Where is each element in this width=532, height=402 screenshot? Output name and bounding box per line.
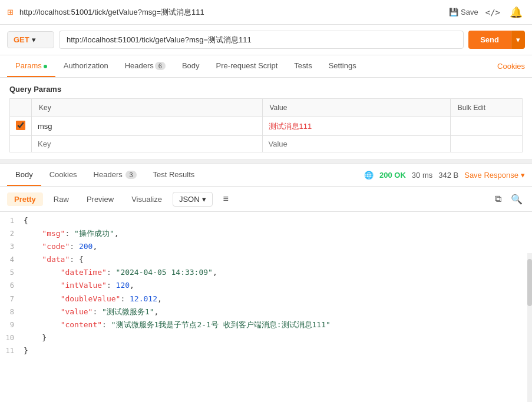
json-token: ,	[157, 294, 162, 303]
json-token: "dateTime"	[61, 268, 107, 277]
search-button[interactable]: 🔍	[508, 192, 525, 206]
row-value-cell: 测试消息111	[262, 117, 450, 136]
method-label: GET	[14, 35, 29, 44]
format-icons: ⧉ 🔍	[493, 192, 525, 206]
json-token: {	[79, 255, 84, 264]
response-size: 342 B	[438, 171, 458, 180]
scrollbar-track[interactable]	[527, 253, 532, 360]
response-tab-headers[interactable]: Headers 3	[85, 164, 145, 186]
row-checkbox-cell	[10, 117, 32, 136]
response-status-bar: 🌐 200 OK 30 ms 342 B Save Response ▾	[364, 171, 525, 180]
tab-authorization[interactable]: Authorization	[55, 55, 117, 77]
empty-key-cell	[32, 136, 263, 152]
save-response-button[interactable]: Save Response ▾	[464, 171, 525, 180]
format-raw-button[interactable]: Raw	[47, 192, 76, 206]
send-dropdown-button[interactable]: ▾	[511, 31, 525, 49]
line-number: 7	[0, 293, 24, 305]
row-checkbox[interactable]	[16, 121, 25, 130]
json-token: "msg"	[42, 229, 65, 238]
status-code: 200 OK	[379, 171, 406, 180]
params-dot	[44, 65, 47, 68]
code-button[interactable]: </>	[485, 8, 500, 17]
send-button[interactable]: Send	[468, 31, 511, 49]
line-number: 11	[0, 344, 24, 357]
json-token: ,	[114, 229, 119, 238]
json-type-select[interactable]: JSON ▾	[173, 192, 213, 207]
json-token: "code"	[42, 242, 70, 251]
json-line: 7 "doubleValue": 12.012,	[0, 293, 532, 305]
format-visualize-button[interactable]: Visualize	[124, 192, 169, 206]
response-tab-cookies[interactable]: Cookies	[41, 164, 85, 186]
format-pretty-button[interactable]: Pretty	[7, 192, 43, 206]
line-content: }	[24, 344, 532, 357]
line-number: 1	[0, 214, 24, 227]
format-bar: Pretty Raw Preview Visualize JSON ▾ ≡ ⧉ …	[0, 187, 532, 212]
json-token: :	[107, 281, 116, 290]
tab-body[interactable]: Body	[174, 55, 208, 77]
json-token: }	[42, 333, 47, 342]
line-number: 5	[0, 266, 24, 278]
json-token: "data"	[42, 255, 70, 264]
line-content: }	[24, 331, 532, 344]
json-token: 12.012	[130, 294, 157, 303]
json-token: "测试微服务1我是子节点2-1号 收到客户端消息:测试消息111"	[111, 320, 331, 329]
json-token: {	[24, 216, 28, 225]
line-number: 3	[0, 240, 24, 253]
method-select[interactable]: GET ▾	[7, 31, 54, 48]
json-token: :	[107, 268, 116, 277]
json-token: :	[102, 320, 111, 329]
wrap-icon-button[interactable]: ≡	[216, 191, 236, 207]
json-token: :	[65, 229, 74, 238]
empty-checkbox-cell	[10, 136, 32, 152]
col-bulk: Bulk Edit	[450, 99, 522, 117]
copy-button[interactable]: ⧉	[493, 192, 504, 205]
line-content: "msg": "操作成功",	[24, 227, 532, 240]
top-bar-actions: 💾 Save </> 🔔	[449, 5, 525, 20]
line-content: "content": "测试微服务1我是子节点2-1号 收到客户端消息:测试消息…	[24, 318, 532, 331]
scrollbar-thumb[interactable]	[527, 259, 532, 306]
empty-value-input[interactable]	[269, 139, 444, 148]
save-button[interactable]: 💾 Save	[449, 8, 478, 16]
json-line: 11}	[0, 344, 532, 357]
json-token	[24, 229, 42, 238]
line-number: 8	[0, 305, 24, 318]
app-icon: ⊞	[7, 8, 14, 16]
line-content: {	[24, 214, 532, 227]
tab-params[interactable]: Params	[7, 55, 55, 77]
response-tab-testresults[interactable]: Test Results	[145, 164, 203, 186]
json-token: "content"	[61, 320, 102, 329]
tab-tests[interactable]: Tests	[286, 55, 320, 77]
json-line: 5 "dateTime": "2024-04-05 14:33:09",	[0, 266, 532, 279]
line-content: "data": {	[24, 253, 532, 266]
json-token: ,	[213, 268, 217, 277]
notification-button[interactable]: 🔔	[507, 5, 525, 20]
col-value: Value	[262, 99, 450, 117]
tab-prerequest[interactable]: Pre-request Script	[208, 55, 286, 77]
line-number: 10	[0, 331, 24, 344]
json-token	[24, 320, 61, 329]
json-token	[24, 255, 42, 264]
empty-bulk-cell	[450, 136, 522, 152]
response-tab-body[interactable]: Body	[7, 164, 41, 186]
tab-cookies-request[interactable]: Cookies	[497, 56, 525, 77]
query-params-title: Query Params	[9, 85, 523, 94]
json-token	[24, 294, 61, 303]
json-line: 2 "msg": "操作成功",	[0, 227, 532, 240]
url-input[interactable]	[59, 31, 464, 49]
row-key-cell	[32, 117, 263, 136]
format-preview-button[interactable]: Preview	[80, 192, 121, 206]
tab-settings[interactable]: Settings	[320, 55, 365, 77]
request-bar: GET ▾ Send ▾	[0, 25, 532, 55]
json-line: 8 "value": "测试微服务1",	[0, 305, 532, 318]
response-time: 30 ms	[412, 171, 432, 180]
headers-badge: 6	[155, 62, 166, 70]
json-body: 1{2 "msg": "操作成功",3 "code": 200,4 "data"…	[0, 212, 532, 360]
json-token: :	[70, 255, 79, 264]
tab-headers[interactable]: Headers6	[117, 55, 174, 77]
line-content: "dateTime": "2024-04-05 14:33:09",	[24, 266, 532, 279]
json-token	[24, 281, 61, 290]
empty-key-input[interactable]	[38, 139, 256, 148]
line-number: 9	[0, 318, 24, 331]
json-token: :	[120, 294, 130, 303]
row-key-input[interactable]	[38, 122, 256, 131]
